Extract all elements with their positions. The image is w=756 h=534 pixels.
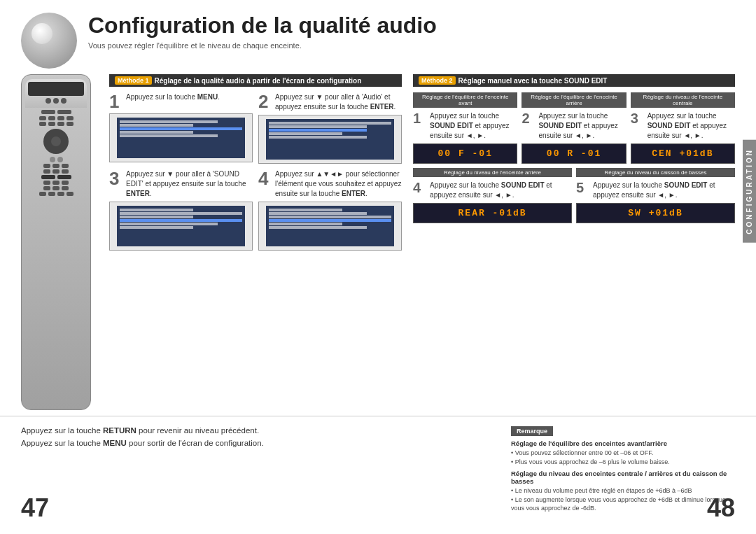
step3-number: 3 bbox=[109, 169, 122, 188]
sub1-text: Appuyez sur la touche SOUND EDIT et appu… bbox=[430, 111, 517, 141]
method1-steps: 1 Appuyez sur la touche MENU. bbox=[109, 92, 402, 251]
sub2-step: 2 Appuyez sur la touche SOUND EDIT et ap… bbox=[522, 111, 626, 141]
method1-step2: 2 Appuyez sur ▼ pour aller à 'Audio' et … bbox=[258, 92, 402, 164]
sub5-text: Appuyez sur la touche SOUND EDIT et appu… bbox=[593, 181, 735, 200]
step1-text: Appuyez sur la touche MENU. bbox=[126, 92, 220, 102]
page-number-right: 48 bbox=[707, 493, 735, 523]
sub3-number: 3 bbox=[631, 111, 643, 125]
sub2-text: Appuyez sur la touche SOUND EDIT et appu… bbox=[538, 111, 626, 141]
sub5-display: SW +01dB bbox=[576, 203, 735, 223]
method2-sub3: Réglage du niveau de l'enceinte centrale… bbox=[631, 92, 735, 164]
sub5-step: 5 Appuyez sur la touche SOUND EDIT et ap… bbox=[576, 181, 735, 200]
step2-number: 2 bbox=[258, 92, 271, 111]
step4-text: Appuyez sur ▲▼◄► pour sélectionner l'élé… bbox=[275, 169, 402, 199]
method1-badge: Méthode 1 bbox=[115, 76, 152, 85]
method2-bottom-grid: Réglage du niveau de l'enceinte arrière … bbox=[413, 168, 735, 223]
step4-number: 4 bbox=[258, 169, 271, 188]
sub1-display: 00 F -01 bbox=[413, 143, 517, 164]
method2-top-grid: Réglage de l'équilibre de l'enceinte ava… bbox=[413, 92, 735, 164]
sub4-display: REAR -01dB bbox=[413, 203, 572, 223]
step3-content: 3 Appuyez sur ▼ pour aller à 'SOUND EDIT… bbox=[109, 169, 253, 199]
sub5-header: Réglage du niveau du caisson de basses bbox=[576, 168, 735, 177]
step3-text: Appuyez sur ▼ pour aller à 'SOUND EDIT' … bbox=[126, 169, 253, 199]
page-subtitle: Vous pouvez régler l'équilibre et le niv… bbox=[88, 41, 437, 50]
header-text: Configuration de la qualité audio Vous p… bbox=[88, 13, 437, 50]
method1-step3: 3 Appuyez sur ▼ pour aller à 'SOUND EDIT… bbox=[109, 169, 253, 251]
method1-section: Méthode 1 Réglage de la qualité audio à … bbox=[109, 74, 402, 410]
main-content: Méthode 1 Réglage de la qualité audio à … bbox=[0, 74, 756, 410]
step2-image bbox=[258, 115, 402, 164]
sub1-number: 1 bbox=[413, 111, 426, 125]
method2-title: Réglage manuel avec la touche SOUND EDIT bbox=[458, 77, 608, 85]
method2-header: Méthode 2 Réglage manuel avec la touche … bbox=[413, 74, 735, 87]
remote-control bbox=[21, 74, 91, 410]
step1-content: 1 Appuyez sur la touche MENU. bbox=[109, 92, 253, 111]
sub3-text: Appuyez sur la touche SOUND EDIT et appu… bbox=[648, 111, 735, 141]
sub1-step: 1 Appuyez sur la touche SOUND EDIT et ap… bbox=[413, 111, 517, 141]
bottom-instructions: Appuyez sur la touche RETURN pour reveni… bbox=[21, 426, 490, 517]
sub3-header: Réglage du niveau de l'enceinte centrale bbox=[631, 92, 735, 108]
page-title: Configuration de la qualité audio bbox=[88, 13, 437, 38]
sub4-step: 4 Appuyez sur la touche SOUND EDIT et ap… bbox=[413, 181, 572, 200]
remark-bullets1: • Vous pouvez sélectionner entre 00 et –… bbox=[511, 449, 735, 466]
remote-container bbox=[21, 74, 98, 410]
step4-content: 4 Appuyez sur ▲▼◄► pour sélectionner l'é… bbox=[258, 169, 402, 199]
sub5-number: 5 bbox=[576, 181, 589, 195]
step1-number: 1 bbox=[109, 92, 122, 111]
method2-section: Méthode 2 Réglage manuel avec la touche … bbox=[413, 74, 735, 410]
sub3-step: 3 Appuyez sur la touche SOUND EDIT et ap… bbox=[631, 111, 735, 141]
method2-badge: Méthode 2 bbox=[419, 76, 456, 85]
sub4-text: Appuyez sur la touche SOUND EDIT et appu… bbox=[430, 181, 572, 200]
method2-sub5: Réglage du niveau du caisson de basses 5… bbox=[576, 168, 735, 223]
sub2-number: 2 bbox=[522, 111, 534, 125]
sub4-header: Réglage du niveau de l'enceinte arrière bbox=[413, 168, 572, 177]
logo bbox=[21, 13, 77, 69]
menu-instruction: Appuyez sur la touche MENU pour sortir d… bbox=[21, 439, 490, 447]
method1-step4: 4 Appuyez sur ▲▼◄► pour sélectionner l'é… bbox=[258, 169, 402, 251]
method1-title: Réglage de la qualité audio à partir de … bbox=[155, 77, 362, 85]
step2-text: Appuyez sur ▼ pour aller à 'Audio' et ap… bbox=[275, 92, 402, 112]
sub2-display: 00 R -01 bbox=[522, 143, 626, 164]
remark-title1: Réglage de l'équilibre des enceintes ava… bbox=[511, 440, 735, 447]
return-instruction: Appuyez sur la touche RETURN pour reveni… bbox=[21, 426, 490, 435]
step4-image bbox=[258, 202, 402, 251]
page-number-left: 47 bbox=[21, 493, 49, 523]
page-header: Configuration de la qualité audio Vous p… bbox=[0, 0, 756, 74]
method2-sub4: Réglage du niveau de l'enceinte arrière … bbox=[413, 168, 572, 223]
sub3-display: CEN +01dB bbox=[631, 143, 735, 164]
method2-sub1: Réglage de l'équilibre de l'enceinte ava… bbox=[413, 92, 517, 164]
method1-step1: 1 Appuyez sur la touche MENU. bbox=[109, 92, 253, 164]
bottom-section: Appuyez sur la touche RETURN pour reveni… bbox=[0, 416, 756, 522]
sub4-number: 4 bbox=[413, 181, 426, 195]
remark-bullets2: • Le niveau du volume peut être réglé en… bbox=[511, 486, 735, 513]
step2-content: 2 Appuyez sur ▼ pour aller à 'Audio' et … bbox=[258, 92, 402, 112]
method1-header: Méthode 1 Réglage de la qualité audio à … bbox=[109, 74, 402, 87]
remark-section: Remarque Réglage de l'équilibre des ence… bbox=[511, 426, 735, 517]
sub2-header: Réglage de l'équilibre de l'enceinte arr… bbox=[522, 92, 626, 108]
remark-label: Remarque bbox=[511, 426, 553, 436]
step1-image bbox=[109, 113, 253, 162]
config-sidebar-label: CONFIGURATION bbox=[743, 140, 756, 243]
sub1-header: Réglage de l'équilibre de l'enceinte ava… bbox=[413, 92, 517, 108]
method2-sub2: Réglage de l'équilibre de l'enceinte arr… bbox=[522, 92, 626, 164]
step3-image bbox=[109, 202, 253, 251]
remark-title2: Réglage du niveau des enceintes centrale… bbox=[511, 470, 735, 485]
